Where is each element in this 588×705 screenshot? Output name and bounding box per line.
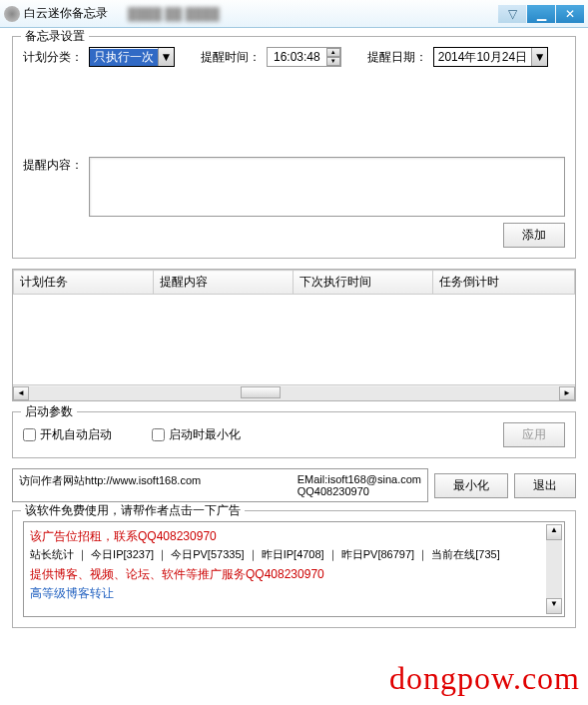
exit-button[interactable]: 退出 xyxy=(514,473,576,498)
plan-type-value: 只执行一次 xyxy=(90,49,158,66)
author-link-box: 访问作者网站http://www.isoft168.com EMail:isof… xyxy=(12,468,428,502)
ad-content-box: 该广告位招租，联系QQ408230970 站长统计 ｜ 今日IP[3237] ｜… xyxy=(23,521,565,617)
chevron-down-icon: ▼ xyxy=(531,48,547,66)
reminder-date-label: 提醒日期： xyxy=(367,49,427,66)
watermark: dongpow.com xyxy=(389,660,580,697)
auto-start-label: 开机自动启动 xyxy=(40,426,112,443)
ad-legend: 该软件免费使用，请帮作者点击一下广告 xyxy=(21,502,245,519)
settings-legend: 备忘录设置 xyxy=(21,28,89,45)
col-plan-task[interactable]: 计划任务 xyxy=(14,271,154,295)
reminder-content-textarea[interactable] xyxy=(89,157,565,217)
titlebar-extra: ████ ██ ████ xyxy=(128,7,220,21)
author-email: EMail:isoft168@sina.com xyxy=(297,473,421,485)
ad-line-stats[interactable]: 站长统计 ｜ 今日IP[3237] ｜ 今日PV[57335] ｜ 昨日IP[4… xyxy=(30,547,558,562)
minimize-start-checkbox[interactable] xyxy=(152,428,165,441)
auto-start-checkbox[interactable] xyxy=(23,428,36,441)
plan-type-dropdown[interactable]: 只执行一次 ▼ xyxy=(89,47,175,67)
blank-area xyxy=(23,77,565,157)
apply-button[interactable]: 应用 xyxy=(503,422,565,447)
scroll-thumb[interactable] xyxy=(241,386,281,398)
reminder-date-value: 2014年10月24日 xyxy=(434,49,531,66)
task-table: 计划任务 提醒内容 下次执行时间 任务倒计时 xyxy=(13,270,575,295)
startup-fieldset: 启动参数 开机自动启动 启动时最小化 应用 xyxy=(12,411,576,458)
add-button[interactable]: 添加 xyxy=(503,223,565,248)
ad-vertical-scrollbar[interactable]: ▲ ▼ xyxy=(546,524,562,614)
app-icon xyxy=(4,6,20,22)
horizontal-scrollbar[interactable]: ◄ ► xyxy=(13,384,575,400)
ad-line-promo[interactable]: 提供博客、视频、论坛、软件等推广服务QQ408230970 xyxy=(30,566,558,583)
minimize-start-label: 启动时最小化 xyxy=(169,426,241,443)
ad-scroll-up[interactable]: ▲ xyxy=(546,524,562,540)
col-next-exec-time[interactable]: 下次执行时间 xyxy=(294,271,433,295)
ad-scroll-track[interactable] xyxy=(546,540,562,598)
ad-line-blog[interactable]: 高等级博客转让 xyxy=(30,585,558,602)
time-spin-up[interactable]: ▲ xyxy=(326,48,340,57)
reminder-time-label: 提醒时间： xyxy=(201,49,261,66)
content-label: 提醒内容： xyxy=(23,157,83,217)
scroll-left-button[interactable]: ◄ xyxy=(13,386,29,400)
titlebar: 白云迷你备忘录 ████ ██ ████ ▽ ▁ ✕ xyxy=(0,0,588,28)
task-table-container: 计划任务 提醒内容 下次执行时间 任务倒计时 ◄ ► xyxy=(12,269,576,401)
reminder-time-value: 16:03:48 xyxy=(268,50,326,64)
time-spin-down[interactable]: ▼ xyxy=(326,57,340,66)
settings-fieldset: 备忘录设置 计划分类： 只执行一次 ▼ 提醒时间： 16:03:48 ▲ ▼ 提… xyxy=(12,36,576,259)
chevron-down-icon: ▼ xyxy=(158,48,174,66)
ad-line-rent[interactable]: 该广告位招租，联系QQ408230970 xyxy=(30,528,558,545)
ad-scroll-down[interactable]: ▼ xyxy=(546,598,562,614)
reminder-date-dropdown[interactable]: 2014年10月24日 ▼ xyxy=(433,47,548,67)
col-reminder-content[interactable]: 提醒内容 xyxy=(154,271,294,295)
author-website-link[interactable]: 访问作者网站http://www.isoft168.com xyxy=(19,473,297,497)
window-dropdown-button[interactable]: ▽ xyxy=(498,5,526,23)
author-qq: QQ408230970 xyxy=(297,485,421,497)
minimize-start-checkbox-wrap[interactable]: 启动时最小化 xyxy=(152,426,241,443)
window-title: 白云迷你备忘录 xyxy=(24,5,108,22)
ad-fieldset: 该软件免费使用，请帮作者点击一下广告 该广告位招租，联系QQ408230970 … xyxy=(12,510,576,628)
scroll-right-button[interactable]: ► xyxy=(559,386,575,400)
startup-legend: 启动参数 xyxy=(21,403,77,420)
reminder-time-input[interactable]: 16:03:48 ▲ ▼ xyxy=(267,47,341,67)
window-close-button[interactable]: ✕ xyxy=(556,5,584,23)
task-table-body[interactable] xyxy=(13,295,575,384)
plan-type-label: 计划分类： xyxy=(23,49,83,66)
col-countdown[interactable]: 任务倒计时 xyxy=(433,271,575,295)
auto-start-checkbox-wrap[interactable]: 开机自动启动 xyxy=(23,426,112,443)
scroll-track[interactable] xyxy=(29,386,559,400)
window-minimize-button[interactable]: ▁ xyxy=(527,5,555,23)
minimize-button[interactable]: 最小化 xyxy=(434,473,508,498)
